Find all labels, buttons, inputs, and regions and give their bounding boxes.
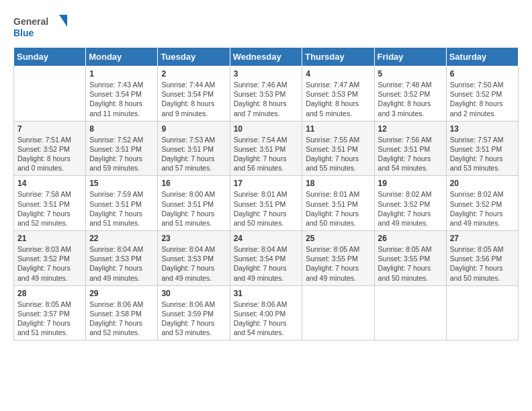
day-number: 30: [161, 289, 226, 298]
day-number: 9: [161, 124, 226, 134]
day-number: 5: [378, 69, 443, 79]
day-number: 28: [17, 289, 82, 298]
day-number: 29: [89, 289, 154, 298]
day-number: 20: [450, 179, 515, 188]
calendar-cell: 31Sunrise: 8:06 AM Sunset: 4:00 PM Dayli…: [230, 285, 302, 340]
day-number: 17: [234, 179, 299, 188]
day-info: Sunrise: 7:57 AM Sunset: 3:51 PM Dayligh…: [450, 135, 515, 173]
svg-marker-2: [59, 15, 67, 27]
calendar-cell: 17Sunrise: 8:01 AM Sunset: 3:51 PM Dayli…: [230, 176, 302, 231]
calendar-cell: 20Sunrise: 8:02 AM Sunset: 3:52 PM Dayli…: [446, 176, 518, 231]
calendar-cell: 21Sunrise: 8:03 AM Sunset: 3:52 PM Dayli…: [14, 231, 86, 286]
day-info: Sunrise: 7:46 AM Sunset: 3:53 PM Dayligh…: [234, 80, 299, 118]
calendar-cell: [14, 66, 86, 122]
calendar-cell: [374, 285, 446, 340]
day-info: Sunrise: 7:55 AM Sunset: 3:51 PM Dayligh…: [306, 135, 370, 173]
day-info: Sunrise: 8:04 AM Sunset: 3:54 PM Dayligh…: [234, 244, 299, 283]
calendar-cell: 22Sunrise: 8:04 AM Sunset: 3:53 PM Dayli…: [86, 231, 158, 286]
day-info: Sunrise: 7:52 AM Sunset: 3:51 PM Dayligh…: [89, 135, 154, 173]
day-info: Sunrise: 7:58 AM Sunset: 3:51 PM Dayligh…: [17, 189, 82, 228]
day-info: Sunrise: 7:51 AM Sunset: 3:52 PM Dayligh…: [17, 135, 82, 173]
day-info: Sunrise: 7:44 AM Sunset: 3:54 PM Dayligh…: [161, 80, 226, 118]
day-info: Sunrise: 7:56 AM Sunset: 3:51 PM Dayligh…: [378, 135, 443, 173]
day-info: Sunrise: 7:43 AM Sunset: 3:54 PM Dayligh…: [89, 80, 154, 118]
day-number: 27: [450, 234, 515, 243]
calendar-cell: 15Sunrise: 7:59 AM Sunset: 3:51 PM Dayli…: [86, 176, 158, 231]
day-info: Sunrise: 8:01 AM Sunset: 3:51 PM Dayligh…: [306, 189, 370, 228]
calendar-cell: 26Sunrise: 8:05 AM Sunset: 3:55 PM Dayli…: [374, 231, 446, 286]
day-number: 25: [306, 234, 370, 243]
day-info: Sunrise: 7:53 AM Sunset: 3:51 PM Dayligh…: [161, 135, 226, 173]
calendar-cell: 30Sunrise: 8:06 AM Sunset: 3:59 PM Dayli…: [158, 285, 230, 340]
day-number: 8: [89, 124, 154, 134]
day-info: Sunrise: 7:54 AM Sunset: 3:51 PM Dayligh…: [234, 135, 299, 173]
calendar-cell: [302, 285, 374, 340]
day-info: Sunrise: 8:05 AM Sunset: 3:56 PM Dayligh…: [450, 244, 515, 283]
day-info: Sunrise: 8:03 AM Sunset: 3:52 PM Dayligh…: [17, 244, 82, 283]
day-info: Sunrise: 8:06 AM Sunset: 3:59 PM Dayligh…: [161, 300, 226, 338]
day-info: Sunrise: 8:00 AM Sunset: 3:51 PM Dayligh…: [161, 189, 226, 228]
calendar-cell: 5Sunrise: 7:48 AM Sunset: 3:52 PM Daylig…: [374, 66, 446, 122]
day-number: 18: [306, 179, 370, 188]
day-number: 12: [378, 124, 443, 134]
day-number: 3: [234, 69, 299, 79]
header-sunday: Sunday: [14, 48, 86, 66]
calendar-week-row: 21Sunrise: 8:03 AM Sunset: 3:52 PM Dayli…: [14, 231, 519, 286]
day-info: Sunrise: 8:06 AM Sunset: 3:58 PM Dayligh…: [89, 300, 154, 338]
calendar-cell: 11Sunrise: 7:55 AM Sunset: 3:51 PM Dayli…: [302, 121, 374, 176]
header-friday: Friday: [374, 48, 446, 66]
day-info: Sunrise: 7:47 AM Sunset: 3:53 PM Dayligh…: [306, 80, 370, 118]
day-info: Sunrise: 8:05 AM Sunset: 3:57 PM Dayligh…: [17, 300, 82, 338]
calendar-week-row: 14Sunrise: 7:58 AM Sunset: 3:51 PM Dayli…: [14, 176, 519, 231]
day-info: Sunrise: 7:48 AM Sunset: 3:52 PM Dayligh…: [378, 80, 443, 118]
header-saturday: Saturday: [446, 48, 518, 66]
calendar-cell: 27Sunrise: 8:05 AM Sunset: 3:56 PM Dayli…: [446, 231, 518, 286]
day-number: 24: [234, 234, 299, 243]
logo: General Blue: [13, 13, 67, 40]
day-info: Sunrise: 7:50 AM Sunset: 3:52 PM Dayligh…: [450, 80, 515, 118]
calendar-cell: 7Sunrise: 7:51 AM Sunset: 3:52 PM Daylig…: [14, 121, 86, 176]
day-number: 23: [161, 234, 226, 243]
day-info: Sunrise: 8:04 AM Sunset: 3:53 PM Dayligh…: [161, 244, 226, 283]
day-number: 21: [17, 234, 82, 243]
day-number: 2: [161, 69, 226, 79]
calendar-cell: 6Sunrise: 7:50 AM Sunset: 3:52 PM Daylig…: [446, 66, 518, 122]
calendar-cell: 16Sunrise: 8:00 AM Sunset: 3:51 PM Dayli…: [158, 176, 230, 231]
day-number: 11: [306, 124, 370, 134]
calendar-table: SundayMondayTuesdayWednesdayThursdayFrid…: [13, 47, 519, 340]
header-thursday: Thursday: [302, 48, 374, 66]
calendar-week-row: 7Sunrise: 7:51 AM Sunset: 3:52 PM Daylig…: [14, 121, 519, 176]
day-number: 16: [161, 179, 226, 188]
calendar-cell: 2Sunrise: 7:44 AM Sunset: 3:54 PM Daylig…: [158, 66, 230, 122]
day-number: 4: [306, 69, 370, 79]
calendar-week-row: 1Sunrise: 7:43 AM Sunset: 3:54 PM Daylig…: [14, 66, 519, 122]
day-number: 22: [89, 234, 154, 243]
calendar-cell: 12Sunrise: 7:56 AM Sunset: 3:51 PM Dayli…: [374, 121, 446, 176]
calendar-cell: 3Sunrise: 7:46 AM Sunset: 3:53 PM Daylig…: [230, 66, 302, 122]
calendar-week-row: 28Sunrise: 8:05 AM Sunset: 3:57 PM Dayli…: [14, 285, 519, 340]
day-info: Sunrise: 8:01 AM Sunset: 3:51 PM Dayligh…: [234, 189, 299, 228]
day-info: Sunrise: 8:02 AM Sunset: 3:52 PM Dayligh…: [378, 189, 443, 228]
calendar-cell: 19Sunrise: 8:02 AM Sunset: 3:52 PM Dayli…: [374, 176, 446, 231]
calendar-cell: 10Sunrise: 7:54 AM Sunset: 3:51 PM Dayli…: [230, 121, 302, 176]
day-info: Sunrise: 8:06 AM Sunset: 4:00 PM Dayligh…: [234, 300, 299, 338]
calendar-cell: 29Sunrise: 8:06 AM Sunset: 3:58 PM Dayli…: [86, 285, 158, 340]
day-number: 31: [234, 289, 299, 298]
calendar-cell: 4Sunrise: 7:47 AM Sunset: 3:53 PM Daylig…: [302, 66, 374, 122]
header-monday: Monday: [86, 48, 158, 66]
day-number: 19: [378, 179, 443, 188]
svg-text:General: General: [13, 16, 48, 27]
calendar-cell: 23Sunrise: 8:04 AM Sunset: 3:53 PM Dayli…: [158, 231, 230, 286]
day-number: 1: [89, 69, 154, 79]
day-number: 7: [17, 124, 82, 134]
calendar-cell: 18Sunrise: 8:01 AM Sunset: 3:51 PM Dayli…: [302, 176, 374, 231]
header-tuesday: Tuesday: [158, 48, 230, 66]
calendar-cell: 14Sunrise: 7:58 AM Sunset: 3:51 PM Dayli…: [14, 176, 86, 231]
calendar-cell: 24Sunrise: 8:04 AM Sunset: 3:54 PM Dayli…: [230, 231, 302, 286]
calendar-cell: 8Sunrise: 7:52 AM Sunset: 3:51 PM Daylig…: [86, 121, 158, 176]
day-info: Sunrise: 7:59 AM Sunset: 3:51 PM Dayligh…: [89, 189, 154, 228]
page-header: General Blue: [13, 13, 519, 40]
day-number: 10: [234, 124, 299, 134]
calendar-cell: 9Sunrise: 7:53 AM Sunset: 3:51 PM Daylig…: [158, 121, 230, 176]
calendar-cell: 25Sunrise: 8:05 AM Sunset: 3:55 PM Dayli…: [302, 231, 374, 286]
